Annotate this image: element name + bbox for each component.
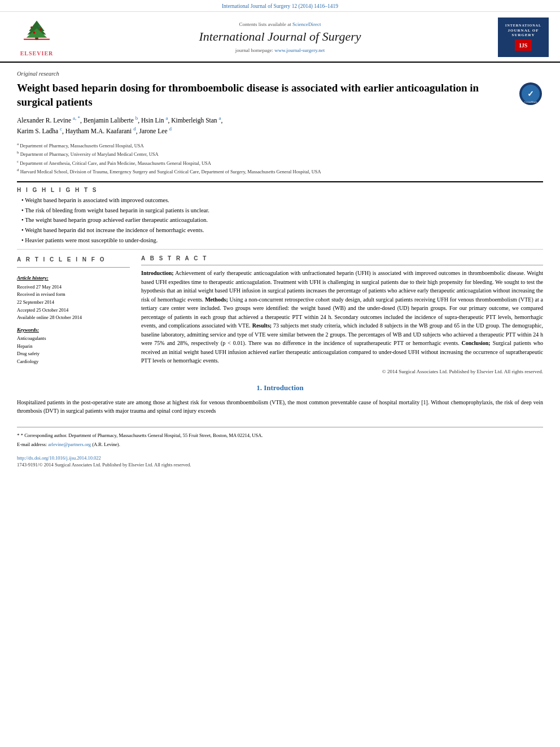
page: International Journal of Surgery 12 (201… [0, 0, 560, 747]
author-4: Kimberleigh Stan a, [171, 117, 222, 124]
highlight-item-5: Heavier patients were most susceptible t… [21, 237, 543, 245]
journal-ref-text: International Journal of Surgery 12 (201… [222, 3, 338, 9]
journal-reference-bar: International Journal of Surgery 12 (201… [0, 0, 560, 12]
svg-text:✓: ✓ [527, 90, 534, 98]
date-revised: 22 September 2014 [17, 299, 130, 307]
corresponding-author: * * Corresponding author. Department of … [17, 432, 543, 440]
email-line: E-mail address: arlevine@partners.org (A… [17, 441, 543, 448]
kw-1: Anticoagulants [17, 335, 130, 343]
svg-text:CrossMark: CrossMark [524, 101, 537, 103]
highlights-divider [17, 249, 543, 250]
two-column-section: A R T I C L E I N F O Article history: R… [17, 255, 543, 374]
doi-section: http://dx.doi.org/10.1016/j.ijsu.2014.10… [17, 455, 543, 468]
date-accepted: Accepted 25 October 2014 [17, 307, 130, 314]
article-info-content: Article history: Received 27 May 2014 Re… [17, 267, 130, 365]
keywords-list: Anticoagulants Heparin Drug safety Cardi… [17, 335, 130, 365]
homepage-url[interactable]: www.journal-surgery.net [274, 47, 325, 53]
kw-2: Heparin [17, 343, 130, 351]
title-section: Weight based heparin dosing for thromboe… [17, 81, 543, 109]
highlights-section: H I G H L I G H T S Weight based heparin… [17, 187, 543, 244]
svg-point-7 [33, 32, 36, 34]
journal-header: ELSEVIER Contents lists available at Sci… [0, 12, 560, 63]
article-title: Weight based heparin dosing for thromboe… [17, 81, 518, 109]
doi-link[interactable]: http://dx.doi.org/10.1016/j.ijsu.2014.10… [17, 455, 543, 461]
highlight-item-3: The weight based heparin group achieved … [21, 216, 543, 225]
author-7: Jarone Lee d [139, 128, 172, 134]
abstract-text: Introduction; Achievement of early thera… [141, 269, 543, 365]
intro-label: Introduction; [141, 270, 174, 276]
author-6: Haytham M.A. Kaafarani d, [65, 128, 139, 134]
kw-3: Drug safety [17, 350, 130, 358]
highlight-item-4: Weight based heparin did not increase th… [21, 226, 543, 235]
article-info-heading: A R T I C L E I N F O [17, 255, 130, 264]
elsevier-tree-icon [20, 18, 54, 49]
article-history-label: Article history: [17, 274, 130, 282]
keywords-label: Keywords: [17, 326, 130, 334]
keywords-section: Keywords: Anticoagulants Heparin Drug sa… [17, 326, 130, 366]
elsevier-wordmark: ELSEVIER [20, 50, 54, 56]
date-revised-label: Received in revised form [17, 291, 130, 299]
svg-point-6 [40, 28, 42, 30]
article-info-column: A R T I C L E I N F O Article history: R… [17, 255, 130, 374]
article-dates: Received 27 May 2014 Received in revised… [17, 283, 130, 322]
highlight-item-1: Weight based heparin is associated with … [21, 196, 543, 205]
affil-d: d Harvard Medical School, Division of Tr… [17, 167, 543, 176]
date-online: Available online 28 October 2014 [17, 314, 130, 322]
footnote-star-icon: * [17, 433, 21, 438]
header-divider [17, 181, 543, 182]
author-1: Alexander R. Levine a, *, [17, 117, 84, 124]
author-3: Hsin Lin a, [141, 117, 171, 124]
journal-center-header: Contents lists available at ScienceDirec… [62, 21, 498, 53]
methods-label: Methods; [205, 296, 228, 303]
abstract-copyright: © 2014 Surgical Associates Ltd. Publishe… [141, 369, 543, 374]
svg-point-5 [30, 27, 33, 29]
sciencedirect-link[interactable]: ScienceDirect [292, 21, 321, 27]
date-received: Received 27 May 2014 [17, 283, 130, 291]
affil-c: c Department of Anesthesia, Critical Car… [17, 159, 543, 167]
footnotes: * * Corresponding author. Department of … [17, 427, 543, 448]
email-suffix: (A.R. Levine). [92, 442, 120, 447]
abstract-heading: A B S T R A C T [141, 255, 543, 261]
contents-available-line: Contents lists available at ScienceDirec… [68, 21, 492, 27]
affil-b: b Department of Pharmacy, University of … [17, 150, 543, 158]
email-address[interactable]: arlevine@partners.org [48, 442, 91, 447]
author-2: Benjamin Laliberte b, [84, 117, 141, 124]
abstract-content: Introduction; Achievement of early thera… [141, 265, 543, 374]
crossmark-icon[interactable]: ✓ CrossMark [518, 81, 543, 106]
results-label: Results; [252, 322, 272, 329]
email-label: E-mail address: [17, 442, 47, 447]
intro-paragraph-1: Hospitalized patients in the post-operat… [17, 398, 543, 416]
introduction-section: 1. Introduction Hospitalized patients in… [17, 383, 543, 416]
svg-point-8 [38, 25, 40, 27]
corresponding-address: Department of Pharmacy, Massachusetts Ge… [68, 433, 262, 438]
authors-line: Alexander R. Levine a, *, Benjamin Lalib… [17, 115, 543, 136]
elsevier-logo: ELSEVIER [11, 18, 62, 56]
kw-4: Cardiology [17, 358, 130, 366]
affiliations: a Department of Pharmacy, Massachusetts … [17, 141, 543, 176]
highlight-item-2: The risk of bleeding from weight based h… [21, 207, 543, 215]
issn-line: 1743-9191/© 2014 Surgical Associates Ltd… [17, 462, 543, 468]
article-body: Original research Weight based heparin d… [0, 63, 560, 479]
article-info: A R T I C L E I N F O Article history: R… [17, 255, 130, 365]
journal-title: International Journal of Surgery [68, 29, 492, 44]
highlights-heading: H I G H L I G H T S [17, 187, 543, 193]
intro-section-title: 1. Introduction [17, 383, 543, 392]
highlights-list: Weight based heparin is associated with … [17, 196, 543, 244]
article-type: Original research [17, 71, 543, 77]
abstract-column: A B S T R A C T Introduction; Achievemen… [141, 255, 543, 374]
journal-logo-right: INTERNATIONAL JOURNAL OF SURGERY IJS [498, 18, 549, 57]
corresponding-label: * Corresponding author. [21, 433, 67, 438]
affil-a: a Department of Pharmacy, Massachusetts … [17, 141, 543, 150]
homepage-line: journal homepage: www.journal-surgery.ne… [68, 47, 492, 53]
conclusion-label: Conclusion; [462, 340, 491, 346]
author-5: Karim S. Ladha c, [17, 128, 65, 134]
